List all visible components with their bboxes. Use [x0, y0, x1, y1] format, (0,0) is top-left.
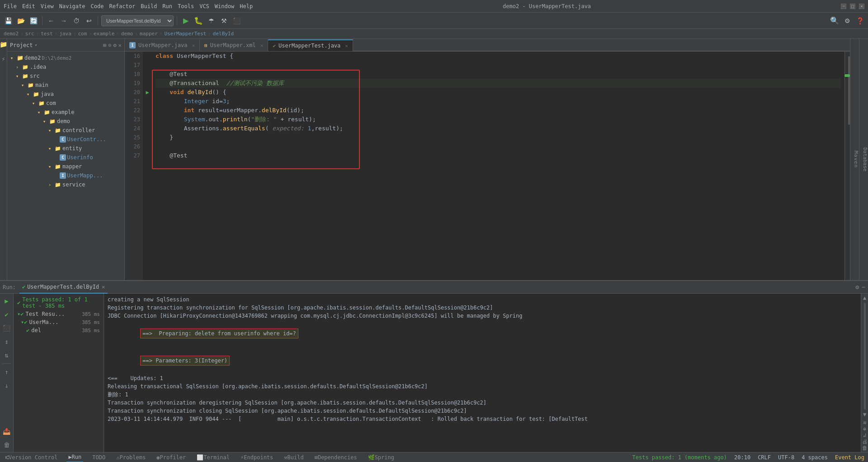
- event-log-button[interactable]: Event Log: [835, 454, 864, 461]
- menu-help[interactable]: Help: [240, 3, 253, 10]
- tab-dependencies[interactable]: ⊞ Dependencies: [313, 452, 359, 462]
- tab-close-2[interactable]: ✕: [260, 43, 264, 48]
- tree-usermapper[interactable]: I UserMapp...: [7, 171, 124, 180]
- filter-lines-icon[interactable]: ⊕: [863, 426, 866, 432]
- tab-close-3[interactable]: ✕: [345, 43, 348, 49]
- menu-file[interactable]: File: [4, 3, 17, 10]
- tree-java[interactable]: ▾ 📁 java: [7, 90, 124, 99]
- run-config-selector[interactable]: UserMapperTest.delById: [101, 15, 174, 26]
- breadcrumb-method[interactable]: delById: [213, 31, 234, 37]
- breadcrumb-mapper[interactable]: mapper: [140, 31, 158, 37]
- stop-run-button[interactable]: ⬛: [1, 323, 12, 333]
- open-button[interactable]: 📂: [15, 15, 26, 26]
- console-scrollbar[interactable]: [864, 303, 866, 410]
- menu-bar[interactable]: File Edit View Navigate Code Refactor Bu…: [4, 3, 253, 10]
- tab-endpoints[interactable]: ⚡ Endpoints: [239, 452, 275, 462]
- breadcrumb-demo[interactable]: demo: [121, 31, 133, 37]
- build-button[interactable]: ⚒: [218, 15, 229, 26]
- tree-main[interactable]: ▾ 📁 main: [7, 81, 124, 90]
- tab-close-1[interactable]: ✕: [192, 43, 195, 48]
- breadcrumb-example[interactable]: example: [94, 31, 114, 37]
- status-encoding[interactable]: CRLF: [758, 454, 771, 461]
- gear-icon[interactable]: ⚙: [113, 42, 117, 48]
- panel-dropdown-icon[interactable]: ▾: [35, 43, 38, 48]
- wrap-icon[interactable]: ↲: [863, 432, 866, 438]
- scroll-up-icon[interactable]: ▲: [863, 295, 866, 301]
- breadcrumb-com[interactable]: com: [78, 31, 87, 37]
- tree-userinfo[interactable]: C Userinfo: [7, 153, 124, 162]
- search-button[interactable]: 🔍: [829, 15, 840, 26]
- tree-usercontroller[interactable]: C UserContr...: [7, 135, 124, 144]
- breadcrumb-test[interactable]: test: [41, 31, 53, 37]
- menu-refactor[interactable]: Refactor: [109, 3, 135, 10]
- collapse-all-icon[interactable]: ⊞: [103, 42, 106, 48]
- debug-button[interactable]: 🐛: [193, 15, 204, 26]
- print-icon[interactable]: 🖨: [862, 438, 868, 445]
- recent-button[interactable]: ⏱: [71, 15, 82, 26]
- tree-src[interactable]: ▾ 📁 src: [7, 71, 124, 81]
- menu-window[interactable]: Window: [215, 3, 234, 10]
- tree-demo[interactable]: ▾ 📁 demo: [7, 117, 124, 126]
- tree-root[interactable]: ▾ 📁 demo2 D:\2\demo2: [7, 53, 124, 62]
- tab-usermapper-java[interactable]: I UserMapper.java ✕: [125, 39, 200, 51]
- locate-icon[interactable]: ⊙: [108, 42, 111, 48]
- run-tab-active[interactable]: ✔ UserMapperTest.delById ✕: [19, 281, 108, 294]
- tab-spring[interactable]: 🌿 Spring: [366, 452, 396, 462]
- code-content[interactable]: class UserMapperTest { @Test @Transactio…: [152, 52, 844, 280]
- run-all-button[interactable]: ✔: [1, 309, 12, 320]
- test-tree-item-class[interactable]: ▾✔ UserMa... 385 ms: [15, 318, 102, 326]
- stop-button[interactable]: ⬛: [231, 15, 242, 26]
- tab-profiler[interactable]: ◉ Profiler: [155, 452, 188, 462]
- test-tree-item-method[interactable]: ✔ del 385 ms: [15, 326, 102, 334]
- tab-usermapper-xml[interactable]: ⊞ UserMapper.xml ✕: [200, 39, 268, 51]
- tab-terminal[interactable]: ⬜ Terminal: [195, 452, 231, 462]
- test-tree-item-root[interactable]: ▾✔ Test Resu... 385 ms: [15, 310, 102, 318]
- tab-build[interactable]: ⚒ Build: [282, 452, 305, 462]
- menu-code[interactable]: Code: [91, 3, 104, 10]
- maximize-button[interactable]: □: [850, 4, 855, 9]
- sort-lines-icon[interactable]: ≡: [863, 419, 866, 426]
- undo-button[interactable]: ↩: [84, 15, 94, 26]
- scroll-down-icon[interactable]: ▼: [863, 411, 866, 418]
- save-all-button[interactable]: 💾: [3, 15, 14, 26]
- minimize-button[interactable]: −: [841, 4, 846, 9]
- tab-problems[interactable]: ⚠ Problems: [114, 452, 147, 462]
- menu-build[interactable]: Build: [141, 3, 157, 10]
- status-charset[interactable]: UTF-8: [778, 454, 794, 461]
- run-button[interactable]: ▶: [180, 15, 191, 26]
- tree-mapper[interactable]: ▾ 📁 mapper: [7, 162, 124, 171]
- structure-icon[interactable]: ⚡: [1, 55, 5, 62]
- editor-scrollbar[interactable]: [844, 52, 850, 280]
- tree-controller[interactable]: ▾ 📁 controller: [7, 126, 124, 135]
- breadcrumb-class[interactable]: UserMapperTest: [164, 31, 206, 37]
- run-tab-close[interactable]: ✕: [102, 284, 105, 290]
- project-icon[interactable]: 📁: [0, 41, 7, 48]
- menu-navigate[interactable]: Navigate: [59, 3, 85, 10]
- hide-icon[interactable]: ✕: [118, 42, 122, 48]
- export-button[interactable]: 📤: [1, 426, 12, 437]
- menu-tools[interactable]: Tools: [178, 3, 194, 10]
- menu-edit[interactable]: Edit: [22, 3, 35, 10]
- minimize-run-icon[interactable]: −: [862, 284, 865, 291]
- status-position[interactable]: 20:10: [734, 454, 750, 461]
- forward-button[interactable]: →: [58, 15, 69, 26]
- tree-idea[interactable]: › 📁 .idea: [7, 62, 124, 71]
- menu-vcs[interactable]: VCS: [199, 3, 209, 10]
- trash-icon[interactable]: 🗑: [862, 445, 868, 451]
- tree-example[interactable]: ▾ 📁 example: [7, 108, 124, 117]
- breadcrumb-demo2[interactable]: demo2: [4, 31, 19, 37]
- run-gutter-icon[interactable]: ▶: [143, 88, 152, 97]
- run-coverage-button[interactable]: ☂: [206, 15, 217, 26]
- rerun-button[interactable]: ▶: [1, 295, 12, 306]
- settings-button[interactable]: ⚙: [842, 15, 853, 26]
- back-button[interactable]: ←: [46, 15, 57, 26]
- tree-service[interactable]: › 📁 service: [7, 180, 124, 189]
- menu-view[interactable]: View: [41, 3, 54, 10]
- status-indent[interactable]: 4 spaces: [802, 454, 828, 461]
- window-controls[interactable]: − □ ✕: [841, 4, 864, 9]
- tree-entity[interactable]: ▾ 📁 entity: [7, 144, 124, 153]
- next-fail-button[interactable]: ↓: [1, 380, 12, 391]
- filter-button[interactable]: ⇅: [1, 350, 12, 361]
- settings-run-icon[interactable]: ⚙: [855, 284, 859, 291]
- clear-button[interactable]: 🗑: [1, 439, 12, 450]
